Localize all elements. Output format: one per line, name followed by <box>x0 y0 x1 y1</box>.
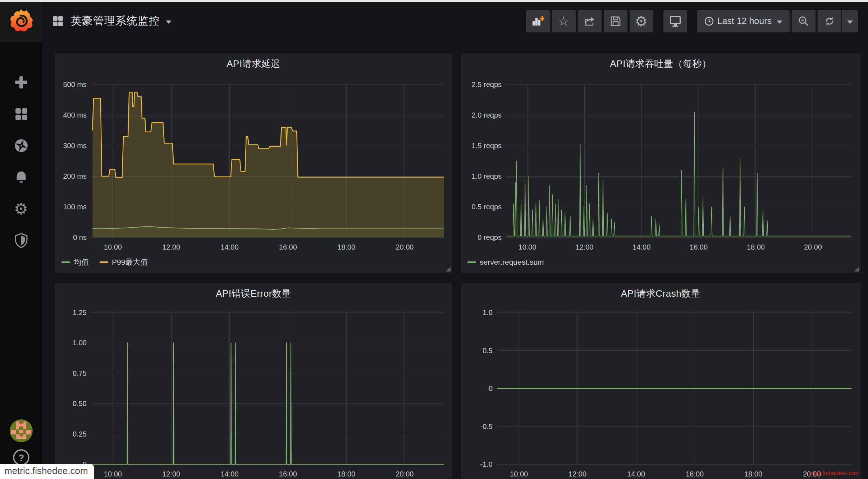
sidebar-item-dashboards[interactable] <box>0 107 42 121</box>
svg-text:12:00: 12:00 <box>162 243 180 251</box>
panel-legend: server.request.sum <box>461 254 860 271</box>
legend-series-label: P99最大值 <box>112 257 148 267</box>
time-range-label: Last 12 hours <box>717 16 772 26</box>
api-errors-chart[interactable]: 1.251.000.750.500.25010:0012:0014:0016:0… <box>55 304 452 479</box>
svg-text:14:00: 14:00 <box>632 243 650 251</box>
save-button[interactable] <box>604 10 627 32</box>
legend-series-label: server.request.sum <box>480 258 544 266</box>
clock-icon <box>704 17 714 26</box>
shield-icon <box>14 233 28 248</box>
save-icon <box>610 15 621 27</box>
svg-text:14:00: 14:00 <box>220 243 238 251</box>
legend-series-label: 均值 <box>74 257 89 267</box>
tv-mode-icon <box>669 15 682 27</box>
add-panel-button[interactable] <box>526 10 550 32</box>
time-range-picker[interactable]: Last 12 hours <box>697 10 790 32</box>
api-crash-chart[interactable]: 1.00.50-0.5-1.010:0012:0014:0016:0018:00… <box>461 304 860 479</box>
share-button[interactable] <box>578 10 602 32</box>
refresh-split-button <box>818 10 858 32</box>
panel-api-latency: API请求延迟 500 ms400 ms300 ms200 ms100 ms0 … <box>55 53 452 273</box>
dashboard-title-picker[interactable]: 英豪管理系统监控 <box>52 14 172 28</box>
svg-text:-1.0: -1.0 <box>480 460 493 468</box>
sidebar-item-configuration[interactable]: ⚙ <box>0 202 42 216</box>
svg-text:0 reqps: 0 reqps <box>478 233 502 241</box>
panel-resize-handle[interactable] <box>854 267 859 272</box>
explore-compass-icon <box>13 138 29 154</box>
api-latency-chart[interactable]: 500 ms400 ms300 ms200 ms100 ms0 ns10:001… <box>55 74 452 254</box>
svg-text:0.75: 0.75 <box>73 369 87 377</box>
svg-text:20:00: 20:00 <box>396 243 414 251</box>
legend-item[interactable]: server.request.sum <box>467 258 544 266</box>
zoom-out-icon <box>798 15 809 27</box>
sidebar-item-explore[interactable] <box>0 138 42 153</box>
svg-text:14:00: 14:00 <box>627 470 645 478</box>
star-icon: ☆ <box>558 15 569 28</box>
share-icon <box>584 15 596 27</box>
svg-text:2.0 reqps: 2.0 reqps <box>472 111 502 119</box>
svg-text:12:00: 12:00 <box>568 470 586 478</box>
svg-text:18:00: 18:00 <box>747 243 765 251</box>
svg-text:20:00: 20:00 <box>804 243 822 251</box>
plus-icon <box>14 76 28 89</box>
svg-text:100 ms: 100 ms <box>63 203 87 211</box>
legend-series-dash <box>467 261 476 263</box>
toolbar: ☆ ⚙ <box>524 10 858 32</box>
svg-text:10:00: 10:00 <box>104 470 122 478</box>
svg-text:16:00: 16:00 <box>686 470 704 478</box>
api-throughput-chart[interactable]: 2.5 reqps2.0 reqps1.5 reqps1.0 reqps0.5 … <box>461 74 860 254</box>
help-button[interactable]: ? <box>0 450 42 465</box>
refresh-interval-button[interactable] <box>842 10 858 32</box>
svg-text:0.5: 0.5 <box>483 347 493 355</box>
svg-text:2.5 reqps: 2.5 reqps <box>472 81 502 88</box>
zoom-out-button[interactable] <box>792 10 816 32</box>
panel-title[interactable]: API请求Crash数量 <box>461 283 860 304</box>
sidebar-menu: ⚙ <box>0 42 42 248</box>
legend-item[interactable]: P99最大值 <box>100 257 148 267</box>
svg-text:14:00: 14:00 <box>220 470 238 478</box>
svg-text:10:00: 10:00 <box>518 243 536 251</box>
sidebar-item-admin[interactable] <box>0 233 42 248</box>
refresh-button[interactable] <box>818 10 841 32</box>
svg-text:1.00: 1.00 <box>73 339 87 347</box>
panel-resize-handle[interactable] <box>446 267 451 272</box>
panel-api-crash: API请求Crash数量 1.00.50-0.5-1.010:0012:0014… <box>461 283 861 479</box>
tv-mode-button[interactable] <box>663 10 687 32</box>
time-range-caret-icon <box>777 20 782 24</box>
panel-api-errors: API错误Error数量 1.251.000.750.500.25010:001… <box>55 283 452 479</box>
svg-text:16:00: 16:00 <box>279 470 297 478</box>
sidebar-item-create[interactable] <box>0 75 42 90</box>
gear-icon: ⚙ <box>635 14 648 28</box>
svg-text:16:00: 16:00 <box>279 243 297 251</box>
panel-title[interactable]: API请求延迟 <box>55 54 452 74</box>
svg-text:0.5 reqps: 0.5 reqps <box>472 203 502 211</box>
svg-text:0 ns: 0 ns <box>73 233 87 241</box>
svg-text:0.25: 0.25 <box>73 430 87 438</box>
add-panel-icon <box>531 15 544 27</box>
dashboards-grid-icon <box>14 107 28 121</box>
status-url-tooltip: metric.fishedee.com <box>0 464 94 479</box>
svg-text:12:00: 12:00 <box>162 470 180 478</box>
bell-icon <box>14 170 28 184</box>
blog-watermark: blog.fishedee.com <box>809 470 859 477</box>
svg-text:20:00: 20:00 <box>396 470 414 478</box>
svg-text:200 ms: 200 ms <box>63 172 87 180</box>
panel-title[interactable]: API错误Error数量 <box>55 283 452 304</box>
panel-api-throughput: API请求吞吐量（每秒） 2.5 reqps2.0 reqps1.5 reqps… <box>461 53 861 273</box>
svg-text:0.50: 0.50 <box>73 400 87 407</box>
star-button[interactable]: ☆ <box>552 10 576 32</box>
sidebar-item-alerting[interactable] <box>0 170 42 184</box>
svg-text:18:00: 18:00 <box>744 470 762 478</box>
legend-item[interactable]: 均值 <box>61 257 89 267</box>
legend-series-dash <box>100 261 108 263</box>
dashboard-grid-icon <box>52 15 64 27</box>
svg-text:1.0 reqps: 1.0 reqps <box>472 172 502 180</box>
refresh-caret-icon <box>847 20 853 24</box>
avatar-pixel-icon <box>10 419 33 442</box>
panel-legend: 均值P99最大值 <box>55 254 452 271</box>
dashboard-settings-button[interactable]: ⚙ <box>630 10 653 32</box>
panel-title[interactable]: API请求吞吐量（每秒） <box>461 54 860 74</box>
svg-text:?: ? <box>18 452 24 463</box>
svg-text:300 ms: 300 ms <box>63 142 87 150</box>
user-avatar[interactable] <box>10 419 33 442</box>
grafana-logo[interactable] <box>0 0 42 42</box>
